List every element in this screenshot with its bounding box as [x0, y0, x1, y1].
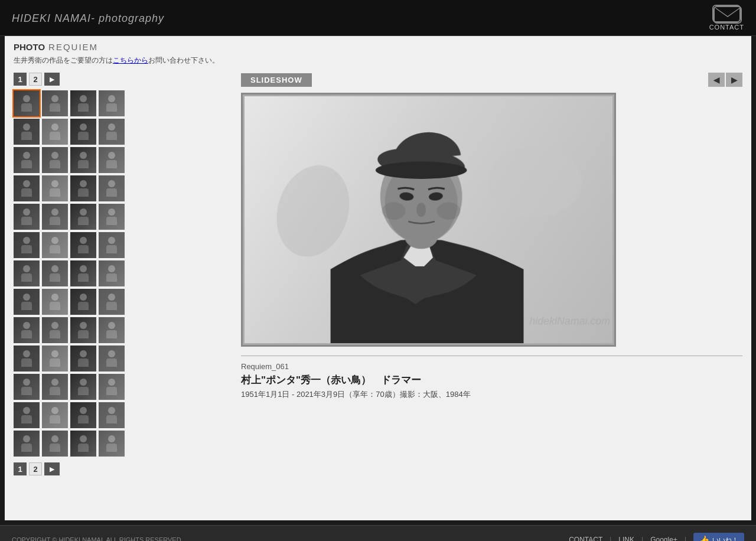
- thumbnail-item[interactable]: [70, 90, 96, 116]
- page-title-photo: PHOTO: [14, 42, 45, 52]
- thumbnail-item[interactable]: [14, 119, 40, 145]
- thumbnail-item[interactable]: [70, 232, 96, 258]
- slideshow-bar: SLIDESHOW ◀ ▶: [241, 73, 742, 87]
- footer-links: CONTACT | LINK | Google+ | 👍 いいね！: [569, 533, 744, 541]
- thumbnail-item[interactable]: [99, 119, 125, 145]
- thumbnail-item[interactable]: [70, 147, 96, 173]
- slideshow-button[interactable]: SLIDESHOW: [241, 73, 312, 87]
- thumbnail-item[interactable]: [99, 260, 125, 286]
- pagination-bottom-next-button[interactable]: ▶: [44, 462, 60, 475]
- page-2-bottom-button[interactable]: 2: [29, 462, 42, 475]
- thumbnail-item[interactable]: [70, 346, 96, 371]
- thumbnail-item[interactable]: [70, 260, 96, 286]
- thumbnail-item[interactable]: [42, 119, 68, 145]
- main-photo-canvas: [243, 94, 614, 345]
- thumbnail-item[interactable]: [99, 402, 125, 428]
- thumbnail-item[interactable]: [70, 402, 96, 428]
- thumbnail-item[interactable]: [99, 232, 125, 258]
- thumbnail-item[interactable]: [14, 431, 40, 457]
- footer-link-link[interactable]: LINK: [618, 536, 634, 541]
- thumbnail-item[interactable]: [14, 90, 40, 116]
- next-photo-button[interactable]: ▶: [726, 73, 742, 87]
- footer-google-link[interactable]: Google+: [650, 536, 677, 541]
- thumbnail-item[interactable]: [42, 346, 68, 371]
- pagination-top: 1 2 ▶: [14, 73, 232, 86]
- thumbnail-item[interactable]: [14, 232, 40, 258]
- thumbnail-item[interactable]: [70, 289, 96, 315]
- thumbnail-item[interactable]: [42, 90, 68, 116]
- footer-contact-link[interactable]: CONTACT: [569, 536, 602, 541]
- thumbnail-item[interactable]: [42, 232, 68, 258]
- facebook-like-button[interactable]: 👍 いいね！: [693, 533, 744, 541]
- thumbnail-item[interactable]: [42, 431, 68, 457]
- thumbnail-item[interactable]: [42, 402, 68, 428]
- thumbnail-item[interactable]: [42, 374, 68, 400]
- thumbnail-item[interactable]: [99, 346, 125, 371]
- contact-link[interactable]: こちらから: [113, 56, 148, 64]
- contact-button[interactable]: CONTACT: [709, 5, 744, 31]
- site-title: HIDEKI NAMAI- photography: [12, 10, 164, 25]
- thumbnail-item[interactable]: [42, 147, 68, 173]
- thumbnail-item[interactable]: [14, 147, 40, 173]
- pagination-next-button[interactable]: ▶: [44, 73, 60, 86]
- photo-id: Requiem_061: [241, 362, 742, 371]
- thumbnail-item[interactable]: [14, 346, 40, 371]
- photo-info: Requiem_061 村上"ポンタ"秀一（赤い鳥） ドラマー 1951年1月1…: [241, 356, 742, 400]
- thumbnail-item[interactable]: [70, 204, 96, 230]
- thumbnail-item[interactable]: [70, 175, 96, 201]
- fb-like-label: いいね！: [712, 536, 738, 542]
- thumbnail-item[interactable]: [42, 317, 68, 343]
- thumbnail-item[interactable]: [99, 289, 125, 315]
- thumbnail-item[interactable]: [14, 175, 40, 201]
- contact-label: CONTACT: [709, 24, 744, 31]
- thumbnail-item[interactable]: [99, 431, 125, 457]
- thumbnail-item[interactable]: [99, 374, 125, 400]
- thumbnail-item[interactable]: [99, 90, 125, 116]
- page-1-button[interactable]: 1: [14, 73, 27, 86]
- page-title-requiem: REQUIEM: [48, 42, 98, 52]
- thumbnail-item[interactable]: [99, 147, 125, 173]
- photo-desc: 1951年1月1日 - 2021年3月9日（享年：70歳）撮影：大阪、1984年: [241, 389, 742, 400]
- pagination-bottom: 1 2 ▶: [14, 462, 232, 475]
- page-2-button[interactable]: 2: [29, 73, 42, 86]
- thumbnail-item[interactable]: [42, 260, 68, 286]
- thumbnail-item[interactable]: [99, 204, 125, 230]
- thumbnail-item[interactable]: [14, 402, 40, 428]
- thumbnail-item[interactable]: [99, 317, 125, 343]
- thumbnail-item[interactable]: [42, 289, 68, 315]
- page-subtitle: 生井秀衛の作品をご要望の方はこちらからお問い合わせ下さい。: [14, 56, 742, 66]
- thumbnail-item[interactable]: [42, 175, 68, 201]
- photo-name: 村上"ポンタ"秀一（赤い鳥） ドラマー: [241, 373, 742, 387]
- thumbnail-item[interactable]: [14, 289, 40, 315]
- thumbnail-item[interactable]: [70, 119, 96, 145]
- main-photo-display: [241, 93, 616, 347]
- svg-rect-0: [714, 6, 741, 23]
- thumbnail-item[interactable]: [14, 317, 40, 343]
- page-1-bottom-button[interactable]: 1: [14, 462, 27, 475]
- thumbnail-item[interactable]: [70, 317, 96, 343]
- thumbnail-grid: [14, 90, 232, 457]
- thumbnail-item[interactable]: [70, 431, 96, 457]
- contact-icon: [712, 5, 741, 22]
- thumbnail-item[interactable]: [14, 374, 40, 400]
- footer-copyright: COPYRIGHT © HIDEKI NAMAI. ALL RIGHTS RES…: [12, 536, 183, 541]
- thumbnail-item[interactable]: [70, 374, 96, 400]
- thumbnail-item[interactable]: [99, 175, 125, 201]
- thumbnail-item[interactable]: [14, 204, 40, 230]
- thumbnail-item[interactable]: [14, 260, 40, 286]
- thumbnail-item[interactable]: [42, 204, 68, 230]
- prev-photo-button[interactable]: ◀: [708, 73, 725, 87]
